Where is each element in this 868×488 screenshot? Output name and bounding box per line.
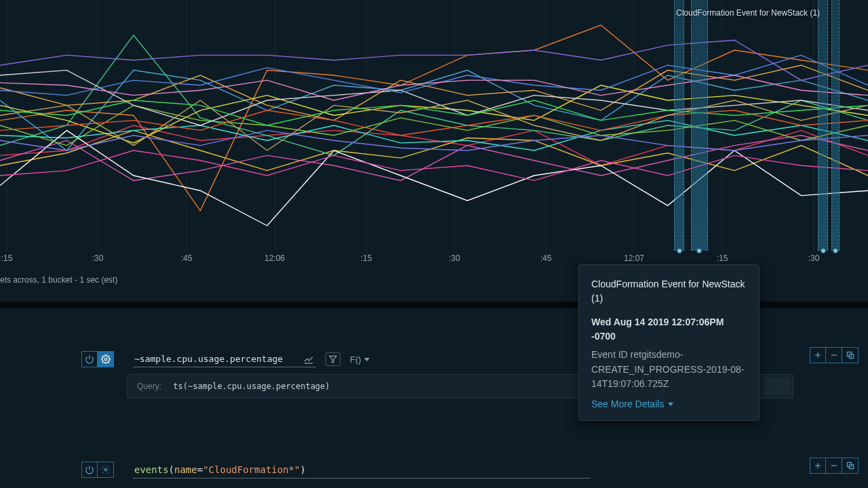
x-tick-label: :15	[1, 253, 13, 263]
event-marker[interactable]	[677, 248, 682, 253]
event-band[interactable]	[691, 0, 708, 251]
see-more-details-link[interactable]: See More Details	[591, 399, 747, 409]
svg-marker-11	[330, 356, 337, 363]
event-header-label: CloudFormation Event for NewStack (1)	[676, 8, 820, 18]
event-tooltip: CloudFormation Event for NewStack (1) We…	[578, 264, 760, 421]
x-tick-label: :45	[181, 253, 193, 263]
x-tick-label: :30	[449, 253, 460, 263]
event-band[interactable]	[818, 0, 828, 251]
events-query-text[interactable]: events(name="CloudFormation*")	[133, 462, 591, 479]
tooltip-title: CloudFormation Event for NewStack (1)	[591, 277, 747, 306]
function-dropdown[interactable]: F()	[350, 354, 370, 365]
series-line[interactable]	[0, 70, 868, 125]
svg-point-10	[104, 358, 107, 361]
x-tick-label: :15	[717, 253, 728, 263]
chevron-down-icon	[668, 403, 673, 406]
chevron-down-icon	[364, 358, 370, 361]
add-query-button[interactable]	[810, 347, 826, 363]
series-line[interactable]	[0, 65, 868, 120]
clone-query-button[interactable]	[842, 458, 859, 474]
settings-button[interactable]	[98, 462, 114, 478]
series-line[interactable]	[0, 35, 868, 156]
series-line[interactable]	[0, 85, 868, 143]
remove-query-button[interactable]	[826, 458, 842, 474]
line-chart[interactable]	[0, 0, 868, 268]
add-query-button[interactable]	[810, 458, 826, 474]
tooltip-date: Wed Aug 14 2019 12:07:06PM -0700	[591, 315, 747, 344]
settings-button[interactable]	[98, 351, 114, 367]
metric-input[interactable]	[133, 351, 301, 367]
chart-type-button[interactable]	[301, 352, 316, 366]
event-band[interactable]	[831, 0, 840, 251]
x-tick-label: :30	[808, 253, 820, 263]
chart-summary: ets across, 1 bucket - 1 sec (est)	[0, 275, 117, 285]
remove-query-button[interactable]	[826, 347, 842, 363]
series-line[interactable]	[0, 121, 868, 150]
x-tick-label: 12:06	[264, 253, 285, 263]
series-line[interactable]	[0, 55, 868, 95]
power-button[interactable]	[81, 462, 98, 478]
svg-point-17	[104, 468, 107, 471]
x-tick-label: :45	[540, 253, 552, 263]
query-action-buttons	[810, 458, 859, 474]
event-marker[interactable]	[833, 248, 838, 253]
x-tick-label: 12:07	[624, 253, 644, 263]
chart-area[interactable]: CloudFormation Event for NewStack (1) :1…	[0, 0, 868, 268]
clone-query-button[interactable]	[842, 347, 859, 363]
query-action-buttons	[810, 347, 859, 363]
query-panel-2: events(name="CloudFormation*")	[0, 458, 868, 482]
event-marker[interactable]	[821, 248, 826, 253]
x-tick-label: :30	[92, 253, 104, 263]
filter-button[interactable]	[326, 352, 340, 366]
query-input-wrap	[133, 351, 316, 367]
power-button[interactable]	[81, 351, 98, 367]
x-tick-label: :15	[361, 253, 372, 263]
event-band[interactable]	[674, 0, 684, 251]
series-line[interactable]	[0, 150, 868, 180]
tooltip-event-id: Event ID retgitsdemo-CREATE_IN_PROGRESS-…	[591, 348, 747, 392]
